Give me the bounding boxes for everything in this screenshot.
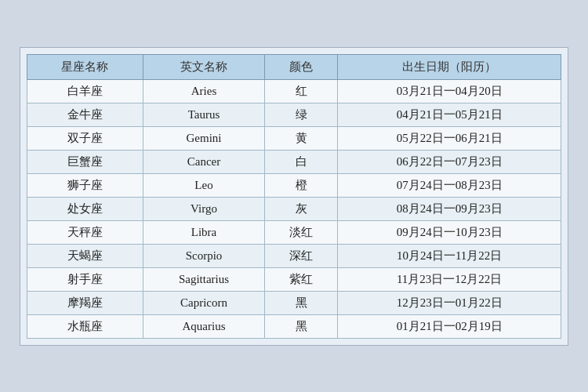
cell-chinese-name: 摩羯座 [27, 291, 143, 314]
cell-birthdate: 07月24日一08月23日 [338, 173, 561, 197]
header-birthdate: 出生日期（阳历） [338, 54, 561, 79]
table-row: 狮子座Leo橙07月24日一08月23日 [27, 173, 561, 197]
cell-birthdate: 04月21日一05月21日 [338, 103, 561, 126]
cell-english-name: Taurus [143, 103, 264, 126]
zodiac-table-container: 星座名称 英文名称 颜色 出生日期（阳历） 白羊座Aries红03月21日一04… [20, 47, 568, 346]
table-row: 天蝎座Scorpio深红10月24日一11月22日 [27, 244, 561, 267]
cell-chinese-name: 水瓶座 [27, 314, 143, 338]
cell-chinese-name: 处女座 [27, 197, 143, 220]
cell-color: 灰 [265, 197, 338, 220]
cell-chinese-name: 双子座 [27, 126, 143, 150]
table-row: 双子座Gemini黄05月22日一06月21日 [27, 126, 561, 150]
cell-chinese-name: 白羊座 [27, 79, 143, 103]
cell-birthdate: 03月21日一04月20日 [338, 79, 561, 103]
table-row: 水瓶座Aquarius黑01月21日一02月19日 [27, 314, 561, 338]
cell-birthdate: 12月23日一01月22日 [338, 291, 561, 314]
header-chinese-name: 星座名称 [27, 54, 143, 79]
cell-birthdate: 10月24日一11月22日 [338, 244, 561, 267]
table-row: 射手座Sagittarius紫红11月23日一12月22日 [27, 267, 561, 291]
cell-birthdate: 06月22日一07月23日 [338, 150, 561, 173]
cell-color: 绿 [265, 103, 338, 126]
cell-color: 白 [265, 150, 338, 173]
cell-birthdate: 01月21日一02月19日 [338, 314, 561, 338]
table-row: 摩羯座Capricorn黑12月23日一01月22日 [27, 291, 561, 314]
cell-color: 深红 [265, 244, 338, 267]
cell-color: 黑 [265, 314, 338, 338]
cell-english-name: Gemini [143, 126, 264, 150]
cell-chinese-name: 狮子座 [27, 173, 143, 197]
cell-chinese-name: 金牛座 [27, 103, 143, 126]
cell-english-name: Capricorn [143, 291, 264, 314]
cell-birthdate: 05月22日一06月21日 [338, 126, 561, 150]
table-header-row: 星座名称 英文名称 颜色 出生日期（阳历） [27, 54, 561, 79]
cell-chinese-name: 射手座 [27, 267, 143, 291]
cell-english-name: Libra [143, 220, 264, 244]
cell-english-name: Aquarius [143, 314, 264, 338]
cell-chinese-name: 巨蟹座 [27, 150, 143, 173]
table-row: 巨蟹座Cancer白06月22日一07月23日 [27, 150, 561, 173]
cell-color: 黑 [265, 291, 338, 314]
cell-color: 红 [265, 79, 338, 103]
header-english-name: 英文名称 [143, 54, 264, 79]
zodiac-table: 星座名称 英文名称 颜色 出生日期（阳历） 白羊座Aries红03月21日一04… [27, 54, 561, 339]
table-row: 天秤座Libra淡红09月24日一10月23日 [27, 220, 561, 244]
table-row: 处女座Virgo灰08月24日一09月23日 [27, 197, 561, 220]
cell-english-name: Sagittarius [143, 267, 264, 291]
cell-color: 紫红 [265, 267, 338, 291]
cell-english-name: Leo [143, 173, 264, 197]
cell-chinese-name: 天蝎座 [27, 244, 143, 267]
cell-birthdate: 08月24日一09月23日 [338, 197, 561, 220]
header-color: 颜色 [265, 54, 338, 79]
cell-birthdate: 11月23日一12月22日 [338, 267, 561, 291]
cell-color: 淡红 [265, 220, 338, 244]
cell-chinese-name: 天秤座 [27, 220, 143, 244]
cell-english-name: Virgo [143, 197, 264, 220]
cell-english-name: Aries [143, 79, 264, 103]
cell-english-name: Cancer [143, 150, 264, 173]
cell-english-name: Scorpio [143, 244, 264, 267]
table-row: 金牛座Taurus绿04月21日一05月21日 [27, 103, 561, 126]
cell-color: 橙 [265, 173, 338, 197]
cell-color: 黄 [265, 126, 338, 150]
cell-birthdate: 09月24日一10月23日 [338, 220, 561, 244]
table-row: 白羊座Aries红03月21日一04月20日 [27, 79, 561, 103]
